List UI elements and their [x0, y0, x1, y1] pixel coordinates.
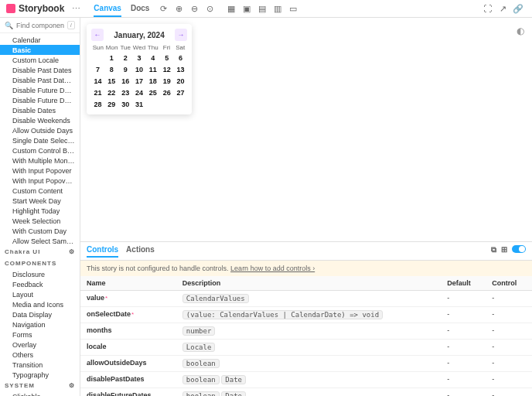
calendar-day[interactable]: 7	[91, 64, 104, 75]
warning-link[interactable]: Learn how to add controls ›	[230, 265, 315, 272]
storybook-icon	[6, 4, 15, 13]
tab-controls[interactable]: Controls	[87, 245, 118, 258]
tab-actions[interactable]: Actions	[126, 245, 155, 257]
storybook-logo: Storybook	[6, 3, 64, 14]
calendar-day[interactable]: 4	[146, 53, 159, 63]
calendar-day[interactable]: 21	[91, 87, 104, 98]
tree-item[interactable]: Calendar	[0, 35, 80, 45]
calendar-day[interactable]: 2	[119, 53, 132, 63]
next-month-button[interactable]: →	[175, 29, 187, 41]
tree-folder[interactable]: Data Display	[0, 309, 80, 319]
tree-folder[interactable]: Clickable	[0, 391, 80, 396]
ruler-icon[interactable]: ▥	[273, 4, 282, 13]
tree-folder[interactable]: Forms	[0, 329, 80, 340]
tree-item[interactable]: Disable Future Dates	[0, 85, 80, 95]
calendar-day[interactable]: 23	[119, 87, 132, 98]
calendar-day[interactable]: 13	[174, 64, 187, 75]
calendar-day[interactable]: 25	[146, 87, 159, 98]
tab-docs[interactable]: Docs	[131, 1, 149, 17]
calendar-day[interactable]: 20	[174, 76, 187, 87]
tree-item[interactable]: With Input Popover Start End Dates	[0, 176, 80, 186]
tree-item[interactable]: Week Selection	[0, 216, 80, 226]
tree-item[interactable]: Custom Content	[0, 186, 80, 196]
calendar-day[interactable]: 6	[174, 53, 187, 63]
calendar-day[interactable]: 10	[133, 64, 146, 75]
type-pill: CalendarValues	[182, 294, 249, 303]
calendar-day[interactable]: 24	[133, 87, 146, 98]
grid-icon[interactable]: ▦	[227, 4, 236, 13]
copy-icon[interactable]: ⧉	[491, 245, 496, 257]
tree-item[interactable]: Disable Past Dates From	[0, 75, 80, 85]
tree-item[interactable]: Disable Future Dates From	[0, 95, 80, 105]
tree-item[interactable]: Disable Past Dates	[0, 65, 80, 75]
calendar-day[interactable]: 9	[119, 64, 132, 75]
tree-item[interactable]: With Multiple Months	[0, 155, 80, 166]
tree-item[interactable]: Highlight Today	[0, 206, 80, 216]
default-cell: -	[441, 340, 486, 356]
tree-folder[interactable]: Media and Icons	[0, 299, 80, 309]
tree-item[interactable]: Disable Dates	[0, 105, 80, 115]
table-header: Description	[176, 276, 442, 291]
tree-item[interactable]: Custom Locale	[0, 55, 80, 65]
calendar-day[interactable]: 15	[105, 76, 118, 87]
calendar-day[interactable]: 27	[174, 87, 187, 98]
tree-folder[interactable]: Others	[0, 350, 80, 360]
calendar-day[interactable]: 5	[160, 53, 173, 63]
weekday: Mon	[105, 44, 119, 51]
tree-folder[interactable]: Feedback	[0, 279, 80, 289]
calendar-day[interactable]: 17	[133, 76, 146, 87]
viewport-icon[interactable]: ▭	[288, 4, 298, 13]
tab-canvas[interactable]: Canvas	[94, 1, 121, 17]
zoom-out-icon[interactable]: ⊖	[189, 4, 199, 13]
calendar-day[interactable]: 19	[160, 76, 173, 87]
link-icon[interactable]: 🔗	[513, 4, 523, 13]
tree-folder[interactable]: Overlay	[0, 340, 80, 350]
calendar-day[interactable]: 14	[91, 76, 104, 87]
tree-folder[interactable]: Layout	[0, 289, 80, 299]
weekday: Wed	[132, 44, 146, 51]
tree-folder[interactable]: Transition	[0, 360, 80, 370]
calendar-day[interactable]: 8	[105, 64, 118, 75]
calendar-day[interactable]: 26	[160, 87, 173, 98]
open-new-icon[interactable]: ↗	[498, 4, 507, 13]
calendar-day[interactable]: 18	[146, 76, 159, 87]
calendar-day[interactable]: 31	[133, 99, 146, 110]
tree-item[interactable]: With Input Popover	[0, 166, 80, 176]
tree-item[interactable]: Allow Outside Days	[0, 125, 80, 135]
tree-item[interactable]: Custom Control Buttons	[0, 145, 80, 155]
expand-icon[interactable]: ⊞	[501, 245, 507, 257]
tree-item[interactable]: Allow Select Same Day	[0, 236, 80, 246]
zoom-reset-icon[interactable]: ⊙	[205, 4, 214, 13]
calendar-day[interactable]: 28	[91, 99, 104, 110]
calendar-day[interactable]: 22	[105, 87, 118, 98]
calendar-day[interactable]: 3	[133, 53, 146, 63]
outline-icon[interactable]: ▣	[242, 4, 251, 13]
tree-item[interactable]: Start Week Day	[0, 196, 80, 206]
calendar-day[interactable]: 12	[160, 64, 173, 75]
calendar-day[interactable]: 11	[146, 64, 159, 75]
toggle-switch[interactable]	[512, 245, 526, 253]
moon-icon[interactable]: ◐	[517, 26, 524, 36]
menu-dots-icon[interactable]: ⋯	[70, 3, 81, 14]
calendar-day[interactable]: 30	[119, 99, 132, 110]
calendar-day[interactable]: 29	[105, 99, 118, 110]
table-header: Name	[80, 276, 176, 291]
tree-folder[interactable]: Typography	[0, 370, 80, 380]
measure-icon[interactable]: ▤	[257, 4, 267, 13]
section-chakra[interactable]: Chakra UI⚙	[0, 246, 80, 258]
search-input[interactable]	[16, 22, 64, 29]
tree-folder[interactable]: Navigation	[0, 319, 80, 329]
tree-item[interactable]: Single Date Selection	[0, 135, 80, 145]
calendar-day[interactable]: 1	[105, 53, 118, 63]
calendar-day[interactable]: 16	[119, 76, 132, 87]
fullscreen-icon[interactable]: ⛶	[483, 4, 492, 13]
prop-name: disableFutureDates	[87, 391, 152, 396]
zoom-in-icon[interactable]: ⊕	[174, 4, 183, 13]
tree-folder[interactable]: Disclosure	[0, 269, 80, 279]
tree-item[interactable]: Disable Weekends	[0, 115, 80, 125]
prev-month-button[interactable]: ←	[91, 29, 104, 41]
tree-item[interactable]: With Custom Day	[0, 226, 80, 236]
addons-panel: Controls Actions ⧉ ⊞ This story is not c…	[80, 241, 532, 396]
tree-item[interactable]: Basic	[0, 45, 80, 55]
sync-icon[interactable]: ⟳	[159, 4, 168, 13]
